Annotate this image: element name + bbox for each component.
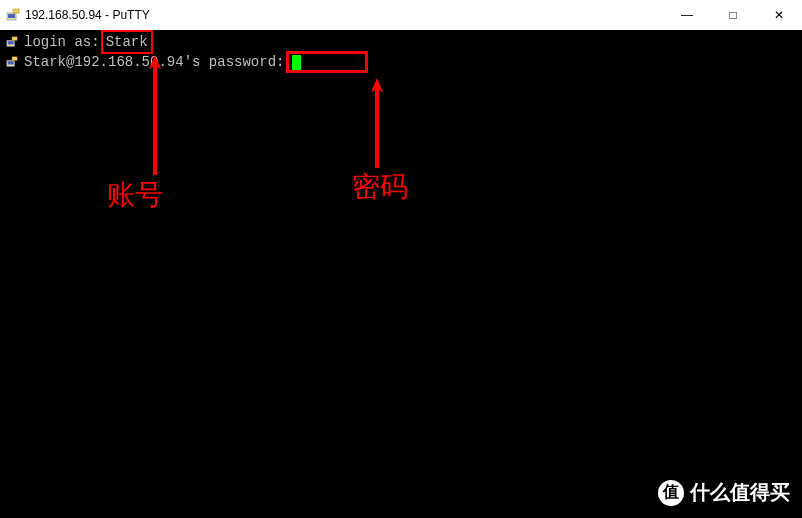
watermark-text: 什么值得买 bbox=[690, 479, 790, 506]
window-title: 192.168.50.94 - PuTTY bbox=[25, 8, 150, 22]
svg-rect-1 bbox=[8, 14, 15, 18]
titlebar: 192.168.50.94 - PuTTY — □ ✕ bbox=[0, 0, 802, 30]
svg-rect-4 bbox=[8, 41, 14, 44]
annotation-password: 密码 bbox=[352, 168, 408, 206]
cursor-block bbox=[292, 55, 301, 70]
svg-rect-7 bbox=[8, 61, 14, 64]
maximize-button[interactable]: □ bbox=[710, 0, 756, 30]
close-button[interactable]: ✕ bbox=[756, 0, 802, 30]
svg-rect-2 bbox=[13, 9, 19, 13]
arrow-password bbox=[362, 78, 392, 173]
password-highlight bbox=[286, 51, 368, 73]
putty-small-icon bbox=[4, 36, 20, 48]
annotation-account: 账号 bbox=[107, 176, 163, 214]
titlebar-left: 192.168.50.94 - PuTTY bbox=[6, 8, 150, 22]
watermark: 值 什么值得买 bbox=[658, 479, 790, 506]
login-line: login as: Stark bbox=[4, 32, 798, 52]
password-line: Stark@192.168.50.94's password: bbox=[4, 52, 798, 72]
putty-icon bbox=[6, 8, 20, 22]
password-prompt: Stark@192.168.50.94's password: bbox=[24, 52, 284, 72]
titlebar-buttons: — □ ✕ bbox=[664, 0, 802, 30]
svg-rect-8 bbox=[12, 57, 17, 60]
terminal[interactable]: login as: Stark Stark@192.168.50.94's pa… bbox=[0, 30, 802, 74]
svg-rect-5 bbox=[12, 37, 17, 40]
login-prompt: login as: bbox=[24, 32, 100, 52]
minimize-button[interactable]: — bbox=[664, 0, 710, 30]
svg-marker-11 bbox=[371, 78, 383, 168]
putty-small-icon bbox=[4, 56, 20, 68]
username-text: Stark bbox=[106, 34, 148, 50]
watermark-badge-icon: 值 bbox=[658, 480, 684, 506]
username-highlight: Stark bbox=[101, 30, 153, 54]
